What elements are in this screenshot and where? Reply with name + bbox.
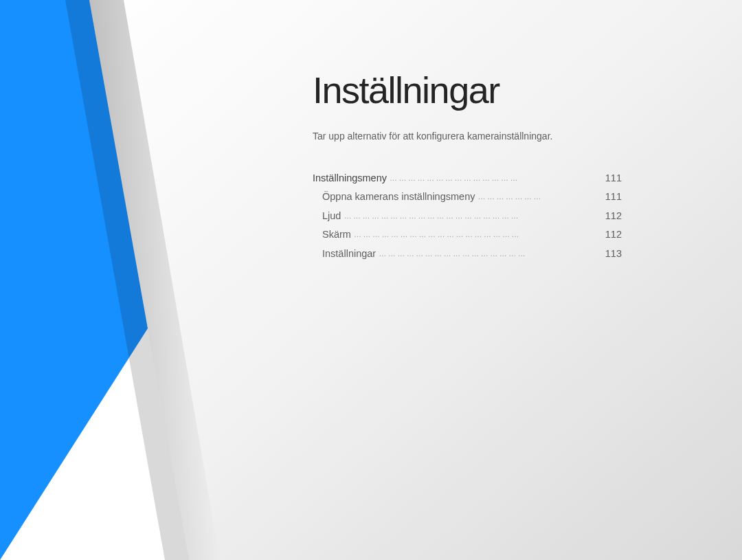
toc-label: Skärm bbox=[322, 229, 351, 240]
toc-sub-entry[interactable]: Öppna kamerans inställningsmeny ………………… … bbox=[313, 191, 622, 203]
toc-page-number: 112 bbox=[605, 210, 622, 222]
toc-page-number: 111 bbox=[605, 191, 622, 203]
toc-leader: ……………………………………………… bbox=[351, 230, 605, 239]
table-of-contents: Inställningsmeny …………………………………… 111 Öppn… bbox=[313, 172, 622, 260]
toc-leader: …………………………………… bbox=[387, 174, 605, 183]
page-title: Inställningar bbox=[313, 69, 670, 111]
toc-leader: ………………………………………………… bbox=[341, 212, 605, 221]
toc-main-entry[interactable]: Inställningsmeny …………………………………… 111 bbox=[313, 172, 622, 184]
page-content: Inställningar Tar upp alternativ för att… bbox=[313, 69, 670, 267]
toc-sub-entry[interactable]: Inställningar ………………………………………… 113 bbox=[313, 248, 622, 260]
toc-leader: ………………… bbox=[475, 192, 605, 201]
svg-marker-0 bbox=[0, 0, 357, 560]
toc-label: Inställningsmeny bbox=[313, 172, 387, 184]
toc-leader: ………………………………………… bbox=[376, 249, 605, 258]
toc-page-number: 112 bbox=[605, 229, 622, 240]
toc-sub-entry[interactable]: Ljud ………………………………………………… 112 bbox=[313, 210, 622, 222]
toc-page-number: 113 bbox=[605, 248, 622, 260]
toc-label: Ljud bbox=[322, 210, 341, 222]
toc-page-number: 111 bbox=[605, 172, 622, 184]
toc-label: Öppna kamerans inställningsmeny bbox=[322, 191, 475, 203]
toc-label: Inställningar bbox=[322, 248, 376, 260]
page-subtitle: Tar upp alternativ för att konfigurera k… bbox=[313, 131, 670, 142]
toc-sub-entry[interactable]: Skärm ……………………………………………… 112 bbox=[313, 229, 622, 240]
